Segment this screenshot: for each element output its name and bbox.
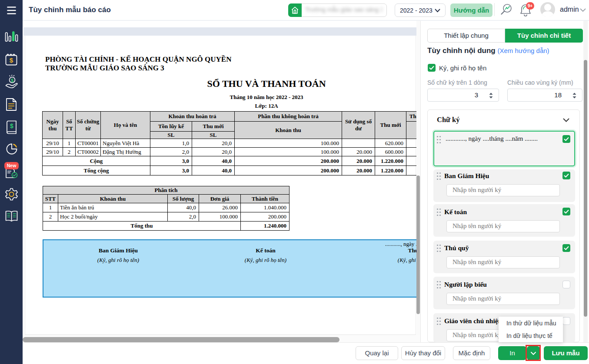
svg-text:$: $ <box>11 78 13 83</box>
svg-text:$: $ <box>10 122 13 129</box>
svg-text:$: $ <box>10 56 13 64</box>
